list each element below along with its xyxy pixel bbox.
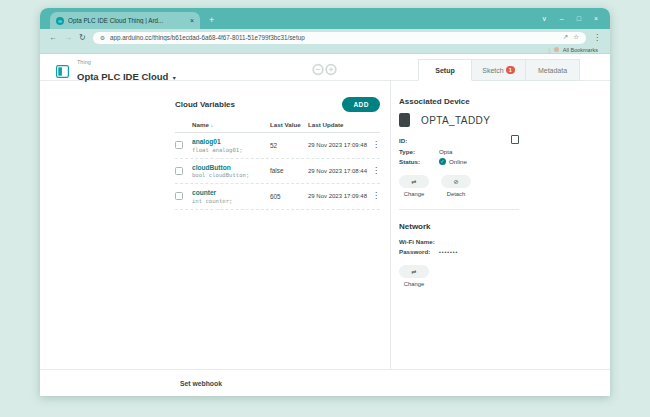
site-info-icon[interactable]: ⚙ [100, 35, 105, 41]
variable-last-update: 29 Nov 2023 17:08:44 [308, 168, 368, 174]
browser-tab[interactable]: ∞ Opta PLC IDE Cloud Thing | Ard... × [50, 12, 200, 29]
forward-icon[interactable]: → [64, 34, 72, 42]
tab-setup[interactable]: Setup [418, 59, 472, 81]
network-title: Network [399, 222, 519, 231]
row-checkbox[interactable] [175, 167, 183, 175]
variable-name-link[interactable]: cloudButton [192, 164, 270, 171]
variables-table-header: Name ↓ Last Value Last Update [175, 121, 380, 133]
swap-icon: ⇄ [411, 178, 416, 185]
bookmark-star-icon[interactable]: ☆ [573, 34, 579, 41]
row-menu-icon[interactable]: ⋮ [368, 167, 380, 175]
divider [399, 209, 519, 210]
share-icon[interactable]: ↗ [563, 34, 568, 41]
sort-arrow-icon: ↓ [211, 122, 214, 128]
row-checkbox[interactable] [175, 192, 183, 200]
associated-device-title: Associated Device [399, 97, 519, 106]
change-device-label: Change [404, 191, 424, 197]
sketch-badge: 1 [506, 66, 515, 74]
variable-last-value: 605 [270, 193, 308, 200]
swap-icon: ⇄ [411, 268, 416, 275]
browser-toolbar: ← → ↻ ⚙ app.arduino.cc/things/b61ecdad-6… [40, 29, 610, 46]
wifi-name-label: Wi-Fi Name: [399, 238, 439, 245]
column-name[interactable]: Name ↓ [192, 121, 270, 128]
app-header: Thing Opta PLC IDE Cloud ▾ Setup [40, 54, 610, 81]
device-id-label: ID: [399, 137, 439, 144]
device-status-value: Online [449, 158, 467, 165]
variables-table: Name ↓ Last Value Last Update analog01 f… [175, 121, 380, 210]
arduino-logo-icon [310, 62, 340, 80]
browser-menu-icon[interactable]: ⋮ [593, 33, 601, 42]
app-footer: Set webhook [40, 369, 610, 396]
variable-name-link[interactable]: analog01 [192, 138, 270, 145]
sidebar-toggle-icon[interactable] [56, 65, 69, 78]
device-thumbnail-icon [399, 113, 410, 127]
browser-window: ∞ Opta PLC IDE Cloud Thing | Ard... × + … [40, 8, 610, 396]
variable-last-value: 52 [270, 142, 308, 149]
device-type-value: Opta [439, 148, 452, 155]
variable-declaration: float analog01; [192, 147, 270, 153]
minimize-icon[interactable]: – [560, 15, 564, 22]
chevron-down-icon[interactable]: ∨ [542, 15, 547, 23]
variable-declaration: int counter; [192, 198, 270, 204]
tab-sketch[interactable]: Sketch1 [472, 59, 526, 81]
tab-metadata[interactable]: Metadata [526, 59, 580, 81]
device-pane: Associated Device OPTA_TADDY ID: Type: O… [390, 81, 610, 369]
change-network-label: Change [404, 281, 424, 287]
address-bar[interactable]: ⚙ app.arduino.cc/things/b61ecdad-6a68-4f… [93, 32, 586, 44]
device-type-label: Type: [399, 148, 439, 155]
variable-last-update: 29 Nov 2023 17:09:48 [308, 193, 368, 199]
online-status-icon: ✓ [439, 158, 446, 165]
close-icon[interactable]: × [594, 15, 598, 22]
variable-last-value: false [270, 167, 308, 174]
tab-close-icon[interactable]: × [190, 17, 194, 24]
bookmarks-separator: | [549, 47, 550, 53]
title-dropdown-caret-icon[interactable]: ▾ [173, 75, 176, 81]
cloud-variables-pane: Cloud Variables ADD Name ↓ Last Value La… [40, 81, 390, 369]
thing-title-block: Thing Opta PLC IDE Cloud ▾ [77, 59, 176, 84]
table-row: analog01 float analog01; 52 29 Nov 2023 … [175, 133, 380, 159]
variable-last-update: 29 Nov 2023 17:09:48 [308, 142, 368, 148]
tab-sketch-label: Sketch [482, 67, 503, 74]
new-tab-button[interactable]: + [209, 16, 214, 25]
row-menu-icon[interactable]: ⋮ [368, 141, 380, 149]
arduino-cloud-app: Thing Opta PLC IDE Cloud ▾ Setup [40, 54, 610, 396]
password-masked-value: ••••••• [439, 249, 458, 255]
row-checkbox[interactable] [175, 141, 183, 149]
bookmarks-bar: | All Bookmarks [40, 46, 610, 54]
url-text[interactable]: app.arduino.cc/things/b61ecdad-6a68-4f67… [110, 34, 558, 41]
copy-id-icon[interactable] [513, 137, 519, 144]
browser-tab-title: Opta PLC IDE Cloud Thing | Ard... [68, 17, 186, 24]
detach-device-button[interactable]: ⊘ [441, 175, 471, 188]
thing-tabs: Setup Sketch1 Metadata [418, 59, 580, 81]
device-status-label: Status: [399, 158, 439, 165]
reload-icon[interactable]: ↻ [79, 34, 86, 42]
maximize-icon[interactable]: □ [577, 15, 581, 22]
table-row: cloudButton bool cloudButton; false 29 N… [175, 159, 380, 185]
back-icon[interactable]: ← [49, 34, 57, 42]
page-title[interactable]: Opta PLC IDE Cloud [77, 71, 168, 82]
column-last-value: Last Value [270, 121, 308, 128]
password-label: Password: [399, 248, 439, 255]
thing-eyebrow-label: Thing [77, 59, 176, 65]
change-device-button[interactable]: ⇄ [399, 175, 429, 188]
bookmarks-avatar-icon [554, 47, 559, 52]
detach-device-label: Detach [447, 191, 465, 197]
all-bookmarks-button[interactable]: All Bookmarks [563, 47, 598, 53]
unlink-icon: ⊘ [453, 178, 458, 185]
variable-name-link[interactable]: counter [192, 189, 270, 196]
arduino-favicon-icon: ∞ [56, 17, 64, 25]
table-row: counter int counter; 605 29 Nov 2023 17:… [175, 184, 380, 210]
add-variable-button[interactable]: ADD [342, 97, 380, 112]
browser-tabstrip: ∞ Opta PLC IDE Cloud Thing | Ard... × + … [40, 8, 610, 29]
column-last-update: Last Update [308, 121, 368, 128]
change-network-button[interactable]: ⇄ [399, 265, 429, 278]
variable-declaration: bool cloudButton; [192, 172, 270, 178]
device-name: OPTA_TADDY [421, 115, 490, 126]
cloud-variables-title: Cloud Variables [175, 100, 235, 109]
row-menu-icon[interactable]: ⋮ [368, 192, 380, 200]
set-webhook-link[interactable]: Set webhook [180, 380, 222, 387]
window-controls: ∨ – □ × [542, 8, 598, 29]
